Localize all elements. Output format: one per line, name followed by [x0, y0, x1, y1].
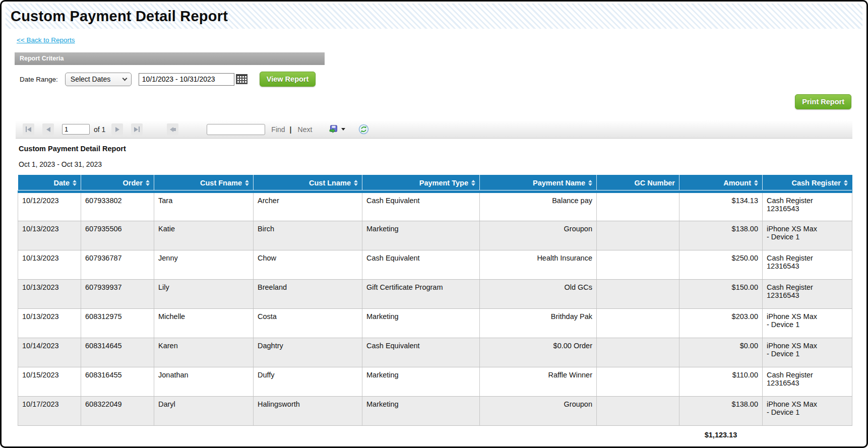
report-content: Custom Payment Detail Report Oct 1, 2023…: [16, 139, 852, 442]
column-label: Order: [123, 179, 143, 187]
column-header-cash_register[interactable]: Cash Register: [763, 175, 852, 192]
page-number-input[interactable]: [62, 124, 90, 135]
export-save-icon: [329, 125, 339, 134]
sort-icon: [754, 180, 758, 186]
report-title: Custom Payment Detail Report: [19, 145, 852, 153]
cell-amount: $0.00: [679, 338, 763, 367]
cell-cash_register: iPhone XS Max - Device 1: [763, 338, 852, 367]
table-row: 10/13/2023608312975MichelleCostaMarketin…: [18, 309, 852, 338]
cell-amount: $250.00: [679, 250, 763, 280]
cell-amount: $203.00: [679, 309, 763, 338]
column-label: Date: [54, 179, 70, 187]
find-next-link[interactable]: Next: [298, 125, 313, 134]
cell-cash_register: Cash Register 12316543: [763, 192, 852, 221]
cell-date: 10/13/2023: [18, 280, 81, 309]
export-button[interactable]: [329, 125, 345, 134]
cell-cust_fname: Michelle: [154, 309, 254, 338]
cell-cust_fname: Karen: [154, 338, 254, 367]
print-report-button[interactable]: Print Report: [795, 94, 851, 109]
back-to-parent-report-button[interactable]: [167, 123, 178, 135]
cell-payment_type: Marketing: [362, 397, 480, 426]
calendar-icon[interactable]: [236, 74, 247, 84]
table-row: 10/17/2023608322049DarylHalingsworthMark…: [18, 397, 852, 426]
cell-cust_lname: Costa: [254, 309, 362, 338]
back-to-reports-link[interactable]: << Back to Reports: [17, 36, 75, 44]
sort-icon: [588, 180, 592, 186]
cell-amount: $150.00: [679, 280, 763, 309]
cell-amount: $110.00: [679, 367, 763, 397]
cell-date: 10/12/2023: [18, 192, 81, 221]
column-header-amount[interactable]: Amount: [679, 175, 763, 192]
header-row: DateOrderCust FnameCust LnamePayment Typ…: [18, 175, 852, 192]
cell-order: 608312975: [81, 309, 154, 338]
cell-cust_lname: Halingsworth: [254, 397, 362, 426]
cell-payment_name: Groupon: [480, 221, 597, 250]
cell-gc_number: [597, 338, 679, 367]
cell-gc_number: [597, 221, 679, 250]
next-page-icon: [115, 127, 119, 132]
table-row: 10/13/2023607935506KatieBirchMarketingGr…: [18, 221, 852, 250]
cell-cust_fname: Jonathan: [154, 367, 254, 397]
column-label: GC Number: [634, 179, 675, 187]
cell-payment_type: Marketing: [362, 221, 480, 250]
cell-payment_type: Cash Equivalent: [362, 250, 480, 280]
criteria-row: Date Range: Select Dates View Report: [15, 72, 325, 87]
column-header-order[interactable]: Order: [81, 175, 154, 192]
cell-order: 607936787: [81, 250, 154, 280]
cell-payment_type: Marketing: [362, 309, 480, 338]
column-header-payment_type[interactable]: Payment Type: [362, 175, 480, 192]
column-header-payment_name[interactable]: Payment Name: [480, 175, 597, 192]
cell-cash_register: iPhone XS Max - Device 1: [763, 309, 852, 338]
cell-payment_type: Gift Certificate Program: [362, 280, 480, 309]
last-page-icon: [134, 127, 138, 132]
report-viewer: of 1 Find | Next: [16, 120, 852, 442]
chevron-down-icon: [122, 76, 127, 81]
cell-payment_name: Brithday Pak: [480, 309, 597, 338]
sort-icon: [471, 180, 475, 186]
cell-cust_fname: Lily: [154, 280, 254, 309]
cell-payment_name: Health Insurance: [480, 250, 597, 280]
cell-cust_fname: Jenny: [154, 250, 254, 280]
cell-gc_number: [597, 309, 679, 338]
cell-amount: $134.13: [679, 192, 763, 221]
date-range-input[interactable]: [139, 73, 234, 86]
column-header-date[interactable]: Date: [18, 175, 81, 192]
report-criteria-panel: Report Criteria Date Range: Select Dates…: [15, 52, 325, 87]
cell-amount: $138.00: [679, 221, 763, 250]
report-criteria-header: Report Criteria: [15, 52, 325, 65]
cell-cust_lname: Chow: [254, 250, 362, 280]
cell-payment_type: Cash Equivalent: [362, 192, 480, 221]
back-row: << Back to Reports: [17, 35, 866, 44]
column-label: Amount: [723, 179, 751, 187]
cell-date: 10/13/2023: [18, 309, 81, 338]
date-range-label: Date Range:: [20, 76, 58, 83]
refresh-button[interactable]: [358, 124, 369, 135]
previous-page-button[interactable]: [42, 123, 54, 135]
cell-cust_fname: Daryl: [154, 397, 254, 426]
view-report-button[interactable]: View Report: [260, 72, 316, 87]
sort-icon: [354, 180, 358, 186]
cell-cash_register: Cash Register 12316543: [763, 250, 852, 280]
cell-order: 607939937: [81, 280, 154, 309]
date-range-select[interactable]: Select Dates: [65, 73, 132, 86]
cell-amount: $138.00: [679, 397, 763, 426]
column-header-cust_fname[interactable]: Cust Fname: [154, 175, 254, 192]
cell-cust_lname: Breeland: [254, 280, 362, 309]
cell-gc_number: [597, 397, 679, 426]
cell-payment_type: Cash Equivalent: [362, 338, 480, 367]
previous-page-icon: [46, 127, 50, 132]
first-page-button[interactable]: [23, 123, 34, 135]
find-text-input[interactable]: [207, 124, 265, 135]
column-header-cust_lname[interactable]: Cust Lname: [254, 175, 362, 192]
column-label: Cust Lname: [309, 179, 351, 187]
sort-icon: [73, 180, 77, 186]
cell-cash_register: iPhone XS Max - Device 1: [763, 397, 852, 426]
column-label: Cash Register: [791, 179, 841, 187]
find-link[interactable]: Find: [271, 125, 285, 134]
date-range-select-value: Select Dates: [71, 75, 110, 83]
table-body: 10/12/2023607933802TaraArcherCash Equiva…: [18, 192, 852, 426]
cell-order: 608322049: [81, 397, 154, 426]
last-page-button[interactable]: [131, 123, 143, 135]
next-page-button[interactable]: [111, 123, 123, 135]
sort-icon: [146, 180, 150, 186]
